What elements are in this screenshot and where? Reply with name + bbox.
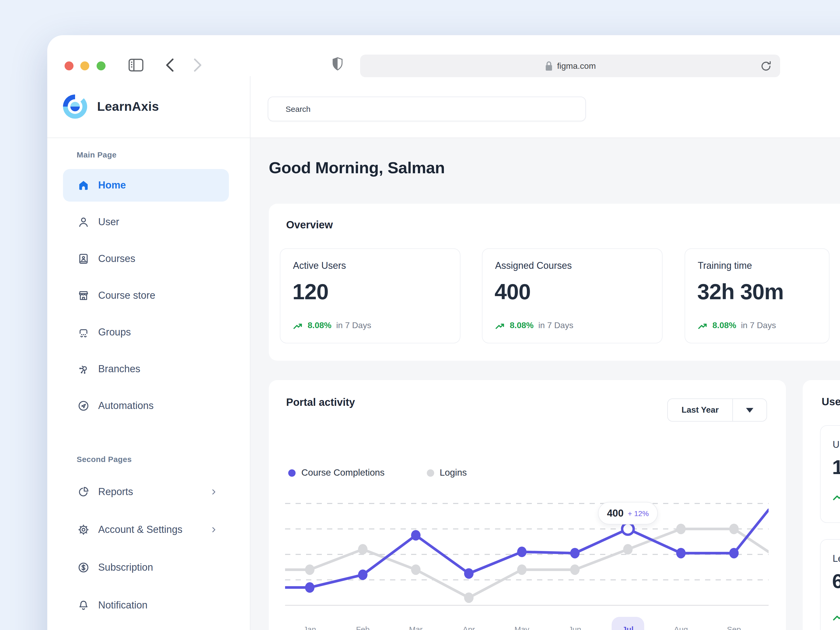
dollar-circle-icon <box>77 561 90 574</box>
svg-text:Jun: Jun <box>568 625 581 630</box>
chart-tooltip: 400 + 12% <box>598 502 658 524</box>
users-panel-card: Use U 1 Le 6 <box>803 380 840 630</box>
reports-icon <box>77 486 90 498</box>
mini-value: 6 <box>832 570 840 593</box>
sidebar-item-label: Branches <box>98 363 141 375</box>
sidebar-item-label: Automations <box>98 400 153 412</box>
search-input[interactable]: Search <box>268 96 586 121</box>
users-mini-card-1: U 1 <box>820 425 840 523</box>
trend-up-icon <box>293 322 303 330</box>
sidebar-item-automations[interactable]: Automations <box>63 390 229 422</box>
chevron-right-icon <box>210 526 217 534</box>
sidebar-item-user[interactable]: User <box>63 206 229 238</box>
stat-delta: 8.08% <box>308 321 332 330</box>
stat-label: Training time <box>698 261 752 272</box>
stat-period: in 7 Days <box>336 321 371 330</box>
legend-logins[interactable]: Logins <box>426 467 467 478</box>
gear-icon <box>77 523 90 536</box>
svg-text:Aug: Aug <box>674 625 688 630</box>
sidebar-item-account-settings[interactable]: Account & Settings <box>63 513 229 546</box>
overview-card: Overview Active Users 120 8.08%in 7 Days… <box>269 204 840 361</box>
courses-icon <box>77 253 90 265</box>
stat-period: in 7 Days <box>538 321 573 330</box>
back-icon[interactable] <box>165 58 175 73</box>
portal-activity-card: Portal activity Last Year Course Complet… <box>269 380 786 630</box>
stat-card-active-users: Active Users 120 8.08%in 7 Days <box>280 248 460 343</box>
sidebar-item-label: Reports <box>98 486 133 498</box>
stat-card-assigned-courses: Assigned Courses 400 8.08%in 7 Days <box>482 248 663 343</box>
stat-period: in 7 Days <box>741 321 776 330</box>
forward-icon[interactable] <box>192 58 203 73</box>
store-icon <box>77 289 90 302</box>
user-icon <box>77 216 90 228</box>
tooltip-delta: + 12% <box>628 509 649 517</box>
lock-icon <box>545 60 553 72</box>
legend-label: Logins <box>440 467 467 478</box>
stat-value: 32h 30m <box>697 279 783 305</box>
learnaxis-logo-icon <box>63 95 87 118</box>
sidebar-item-label: Groups <box>98 327 131 338</box>
line-chart[interactable]: JanFebMarAprMayJunJulAugSep <box>285 496 769 630</box>
chevron-down-icon <box>746 408 753 412</box>
page-title: Good Morning, Salman <box>269 159 445 177</box>
sidebar-item-subscription[interactable]: Subscription <box>63 551 229 584</box>
chart-legend: Course Completions Logins <box>288 467 467 478</box>
trend-up-icon <box>698 322 708 330</box>
sidebar-item-label: Course store <box>98 290 155 302</box>
branches-icon <box>77 363 90 375</box>
sidebar-item-notification[interactable]: Notification <box>63 589 229 622</box>
sidebar-item-label: Notification <box>98 600 147 611</box>
svg-text:Apr: Apr <box>463 625 475 630</box>
brand-name: LearnAxis <box>97 99 159 114</box>
svg-text:Sep: Sep <box>727 625 741 630</box>
home-icon <box>77 179 90 192</box>
portal-activity-title: Portal activity <box>286 396 355 409</box>
svg-text:Jul: Jul <box>622 625 633 630</box>
legend-label: Course Completions <box>302 467 385 478</box>
portal-activity-chart[interactable]: JanFebMarAprMayJunJulAugSep 400 + 12% <box>285 496 769 630</box>
stat-label: Active Users <box>293 261 346 272</box>
sidebar-item-home[interactable]: Home <box>63 169 229 202</box>
url-text: figma.com <box>557 61 596 71</box>
stat-card-training-time: Training time 32h 30m 8.08%in 7 Days <box>685 248 829 343</box>
time-range-value[interactable]: Last Year <box>668 399 733 421</box>
shield-icon[interactable] <box>331 57 344 73</box>
stat-delta: 8.08% <box>712 321 736 330</box>
sidebar-item-reports[interactable]: Reports <box>63 476 229 508</box>
time-range-dropdown[interactable]: Last Year <box>667 398 767 422</box>
dropdown-arrow-button[interactable] <box>733 399 766 421</box>
stat-delta: 8.08% <box>510 321 534 330</box>
address-bar[interactable]: figma.com <box>360 55 780 77</box>
zoom-window-button[interactable] <box>96 62 106 70</box>
svg-text:Jan: Jan <box>303 625 316 630</box>
overview-title: Overview <box>286 219 333 231</box>
legend-dot-purple <box>288 469 295 477</box>
sidebar-item-label: Courses <box>98 253 136 265</box>
trend-up-icon <box>833 492 840 501</box>
page: figma.com LearnAxis Main Page Home User … <box>0 0 840 630</box>
legend-course-completions[interactable]: Course Completions <box>288 467 385 478</box>
sidebar-item-label: User <box>98 216 119 228</box>
bell-icon <box>77 599 90 612</box>
stat-value: 120 <box>292 279 328 305</box>
close-window-button[interactable] <box>65 62 74 70</box>
search-placeholder: Search <box>286 104 311 114</box>
mini-label: U <box>833 439 840 450</box>
sidebar-item-courses[interactable]: Courses <box>63 243 229 275</box>
sidebar-item-label: Home <box>98 180 126 191</box>
stat-value: 400 <box>494 279 531 305</box>
svg-text:Mar: Mar <box>409 625 423 630</box>
users-mini-card-2: Le 6 <box>820 539 840 630</box>
sidebar-item-branches[interactable]: Branches <box>63 353 229 385</box>
refresh-icon[interactable] <box>759 59 773 73</box>
mini-label: Le <box>833 553 840 564</box>
sidebar-item-groups[interactable]: Groups <box>63 316 229 349</box>
sidebar-item-label: Subscription <box>98 562 153 573</box>
trend-up-icon <box>833 612 840 622</box>
svg-text:May: May <box>515 625 529 630</box>
sidebar-item-course-store[interactable]: Course store <box>63 279 229 312</box>
section-label-second-pages: Second Pages <box>77 455 132 464</box>
minimize-window-button[interactable] <box>81 62 89 70</box>
legend-dot-gray <box>426 469 434 477</box>
sidebar-toggle-icon[interactable] <box>128 58 144 72</box>
